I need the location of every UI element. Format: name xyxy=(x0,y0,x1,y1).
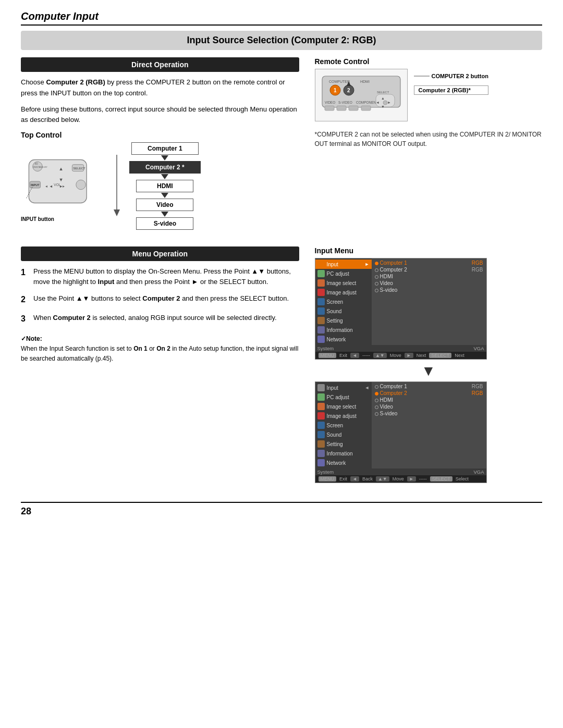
menu-item-imgselect-label-1: Image select xyxy=(327,280,357,286)
svg-text:1: 1 xyxy=(334,88,337,93)
menu-item-info-2: Information xyxy=(315,449,372,458)
remote-control-col: Remote Control COMPUTER HDMI 1 2 xyxy=(315,57,543,238)
direct-op-col: Direct Operation Choose Computer 2 (RGB)… xyxy=(21,57,299,238)
note-check: ✓Note: xyxy=(21,334,299,344)
menu-opt-svideo-2: S-video xyxy=(375,410,483,417)
svg-text:2: 2 xyxy=(347,88,350,93)
menu-opt-hdmi-2: HDMI xyxy=(375,397,483,403)
step-2-text: Use the Point ▲▼ buttons to select Compu… xyxy=(33,293,289,306)
menu-item-setting-2: Setting xyxy=(315,439,372,449)
menu-item-imgselect-2: Image select xyxy=(315,402,372,411)
screen-icon-2 xyxy=(317,422,325,429)
menu-opt-comp2-1: Computer 2 RGB xyxy=(375,266,483,273)
menu-item-screen-label-1: Screen xyxy=(327,299,344,305)
menu-item-setting-1: Setting xyxy=(315,316,372,325)
menu-op-left: Menu Operation 1 Press the MENU button t… xyxy=(21,246,299,486)
step-2: 2 Use the Point ▲▼ buttons to select Com… xyxy=(21,293,299,306)
menu-opt-comp2-2: Computer 2 RGB xyxy=(375,390,483,397)
menu-item-screen-1: Screen xyxy=(315,297,372,306)
menu-item-input-1: Input ► xyxy=(315,260,372,269)
menu-item-imgselect-1: Image select xyxy=(315,278,372,288)
menu-system-1: System VGA xyxy=(315,345,486,352)
svg-text:◂: ◂ xyxy=(45,183,47,189)
svg-text:INPUT: INPUT xyxy=(31,183,40,187)
menu-op-two-col: Menu Operation 1 Press the MENU button t… xyxy=(21,246,542,486)
input-flow: Computer 1 Computer 2 * HDMI Video S-vid… xyxy=(129,142,201,230)
pcadjust-icon-1 xyxy=(317,270,325,277)
menu-right-1: Computer 1 RGB Computer 2 RGB HDMI Video xyxy=(372,258,486,345)
flow-arrow2 xyxy=(161,174,168,179)
menu-item-input-label-1: Input xyxy=(327,262,338,267)
svg-text:►: ► xyxy=(387,101,391,104)
svg-rect-32 xyxy=(349,106,358,110)
menu-screen-1: Input ► PC adjust Image select xyxy=(315,258,487,360)
step-3-num: 3 xyxy=(21,313,29,326)
radio-hdmi-2 xyxy=(375,399,378,402)
menu-item-network-label-2: Network xyxy=(327,460,346,466)
network-icon-1 xyxy=(317,336,325,343)
svg-text:SELECT: SELECT xyxy=(73,167,85,170)
key-left-1: ◄ xyxy=(350,353,359,358)
key-right-action-1: Next xyxy=(417,353,426,358)
menu-item-sound-1: Sound xyxy=(315,306,372,316)
key-menu-1: MENU xyxy=(319,353,337,358)
key-menu-2: MENU xyxy=(319,476,337,482)
radio-comp1-2 xyxy=(375,385,378,389)
step-1-num: 1 xyxy=(21,266,29,287)
computer2-btn-label: COMPUTER 2 button xyxy=(432,73,488,79)
input-button-label: INPUT button xyxy=(21,216,104,222)
menu-item-info-label-2: Information xyxy=(327,451,353,456)
key-updown-1: ▲▼ xyxy=(373,353,387,358)
svg-text:SELECT: SELECT xyxy=(377,91,389,94)
menu-right-2: Computer 1 RGB Computer 2 RGB HDMI Video xyxy=(372,382,486,468)
menu-item-input-2: Input ◄ xyxy=(315,383,372,392)
screen-icon-1 xyxy=(317,298,325,305)
flow-arrow3 xyxy=(161,193,168,198)
step-list: 1 Press the MENU button to display the O… xyxy=(21,266,299,326)
note-asterisk: *COMPUTER 2 can not be selected when usi… xyxy=(315,130,543,149)
step-1-text: Press the MENU button to display the On-… xyxy=(33,266,299,287)
section-title: Input Source Selection (Computer 2: RGB) xyxy=(21,31,542,50)
menu-item-network-label-1: Network xyxy=(327,337,346,342)
remote-control-label: Remote Control xyxy=(315,57,543,66)
flow-arrow1 xyxy=(161,155,168,161)
flow-hdmi: HDMI xyxy=(136,180,193,192)
arrow-down-big: ▼ xyxy=(315,363,543,379)
step-3-text: When Computer 2 is selected, analog RGB … xyxy=(33,313,277,326)
step-2-num: 2 xyxy=(21,293,29,306)
flow-computer2: Computer 2 * xyxy=(129,161,201,174)
remote-img: COMPUTER HDMI 1 2 VIDEO S-VIDEO xyxy=(315,69,408,121)
computer2-button-line: COMPUTER 2 button xyxy=(414,73,488,79)
key-select-action-1: Next xyxy=(455,353,464,358)
top-control-label: Top Control xyxy=(21,131,299,139)
menu-item-screen-2: Screen xyxy=(315,421,372,430)
svg-text:ON/STAND-BY: ON/STAND-BY xyxy=(33,166,47,168)
menu-item-imgadjust-label-1: Image adjust xyxy=(327,290,357,295)
menu-item-imgadjust-label-2: Image adjust xyxy=(327,413,357,419)
svg-text:◄: ◄ xyxy=(49,184,53,189)
svg-text:▼: ▼ xyxy=(381,105,385,108)
note-text: When the Input Search function is set to… xyxy=(21,344,299,364)
computer2-rgb-badge: Computer 2 (RGB)* xyxy=(414,85,488,95)
svg-point-40 xyxy=(383,101,387,105)
key-updown-action-2: Move xyxy=(393,476,404,482)
remote-control-area: COMPUTER HDMI 1 2 VIDEO S-VIDEO xyxy=(315,69,543,125)
menu-op-section: Menu Operation 1 Press the MENU button t… xyxy=(21,246,542,486)
step-3: 3 When Computer 2 is selected, analog RG… xyxy=(21,313,299,326)
key-right-1: ► xyxy=(405,353,413,358)
system-label-1: System xyxy=(317,346,334,351)
menu-bottom-1: MENUExit ◄----- ▲▼Move ►Next SELECTNext xyxy=(315,352,486,359)
menu-item-setting-label-2: Setting xyxy=(327,441,343,447)
menu-item-pcadjust-label-1: PC adjust xyxy=(327,271,349,277)
menu-item-info-label-1: Information xyxy=(327,327,353,333)
menu-opt-hdmi-1: HDMI xyxy=(375,273,483,280)
key-left-action-2: Back xyxy=(362,476,373,482)
direct-op-para1: Choose Computer 2 (RGB) by press the COM… xyxy=(21,77,299,99)
radio-hdmi-1 xyxy=(375,275,378,279)
info-icon-2 xyxy=(317,450,325,457)
menu-item-screen-label-2: Screen xyxy=(327,423,344,428)
key-menu-action-2: Exit xyxy=(339,476,347,482)
menu-item-pcadjust-2: PC adjust xyxy=(315,392,372,402)
flow-video: Video xyxy=(136,199,193,211)
key-right-2: ► xyxy=(407,476,416,482)
